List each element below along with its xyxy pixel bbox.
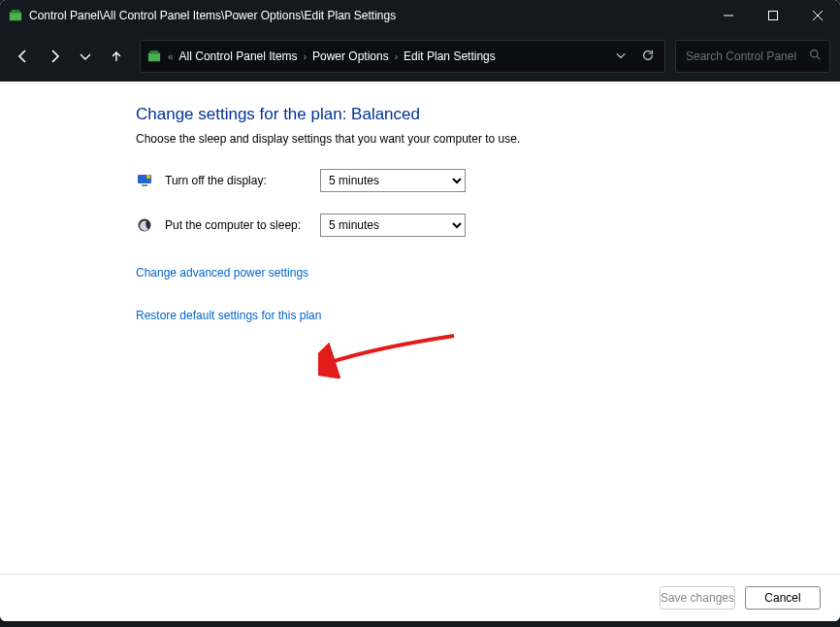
content-area: Change settings for the plan: Balanced C… (0, 82, 840, 361)
search-input[interactable] (684, 49, 805, 64)
chevron-right-icon: › (304, 51, 307, 62)
footer: Save changes Cancel (0, 574, 840, 621)
cancel-button[interactable]: Cancel (745, 586, 821, 610)
titlebar: Control Panel\All Control Panel Items\Po… (0, 0, 840, 31)
window-title: Control Panel\All Control Panel Items\Po… (29, 9, 706, 22)
minimize-button[interactable] (706, 0, 751, 31)
svg-rect-1 (12, 10, 20, 14)
display-label: Turn off the display: (165, 174, 308, 187)
sleep-icon (136, 216, 153, 234)
sleep-timeout-select[interactable]: 5 minutes (320, 214, 466, 237)
breadcrumb-item[interactable]: All Control Panel Items (179, 50, 298, 63)
display-icon (136, 172, 153, 189)
save-button: Save changes (660, 586, 735, 610)
page-subtitle: Choose the sleep and display settings th… (136, 132, 840, 146)
svg-point-8 (146, 175, 150, 179)
chevron-right-icon: › (395, 51, 398, 62)
address-bar[interactable]: « All Control Panel Items › Power Option… (140, 40, 665, 73)
svg-rect-2 (769, 12, 778, 20)
nav-back-button[interactable] (10, 40, 37, 73)
svg-rect-4 (150, 50, 159, 54)
refresh-button[interactable] (637, 45, 659, 69)
nav-recent-button[interactable] (72, 40, 99, 73)
setting-row-sleep: Put the computer to sleep: 5 minutes (136, 214, 840, 237)
control-panel-icon (8, 8, 23, 23)
window-controls (706, 0, 840, 31)
search-box[interactable] (675, 40, 830, 73)
search-icon (809, 49, 822, 64)
breadcrumb-root-icon: « (168, 51, 174, 62)
close-button[interactable] (795, 0, 840, 31)
svg-rect-0 (10, 13, 21, 21)
svg-rect-3 (148, 53, 160, 62)
sleep-label: Put the computer to sleep: (165, 218, 308, 232)
breadcrumb-item[interactable]: Edit Plan Settings (404, 50, 496, 63)
setting-row-display: Turn off the display: 5 minutes (136, 169, 840, 192)
advanced-power-settings-link[interactable]: Change advanced power settings (136, 266, 308, 280)
svg-point-5 (811, 50, 818, 57)
maximize-button[interactable] (751, 0, 795, 31)
navbar: « All Control Panel Items › Power Option… (0, 31, 840, 82)
nav-up-button[interactable] (103, 40, 130, 73)
address-icon (146, 49, 162, 64)
page-title: Change settings for the plan: Balanced (136, 105, 840, 124)
restore-defaults-link[interactable]: Restore default settings for this plan (136, 309, 321, 322)
breadcrumb-item[interactable]: Power Options (312, 50, 389, 63)
display-timeout-select[interactable]: 5 minutes (320, 169, 466, 192)
nav-forward-button[interactable] (41, 40, 68, 73)
address-dropdown-button[interactable] (612, 46, 630, 67)
svg-rect-7 (142, 184, 147, 186)
